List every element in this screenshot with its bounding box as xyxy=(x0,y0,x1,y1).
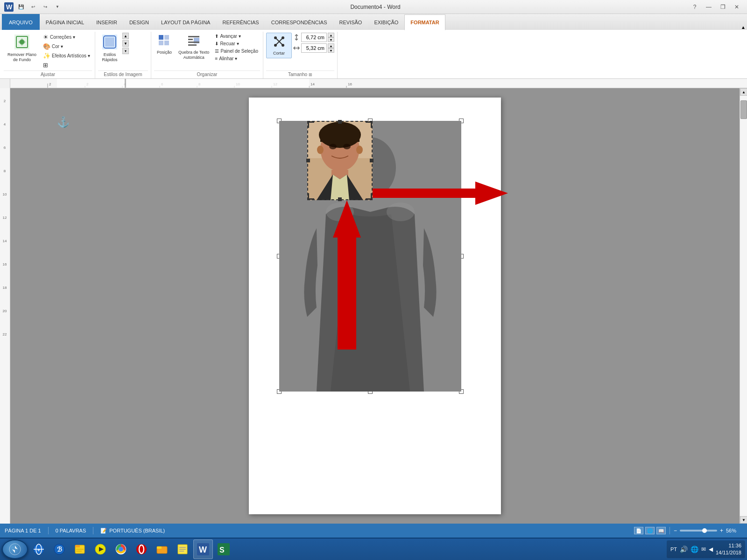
height-up[interactable]: ▲ xyxy=(328,33,334,37)
quebra-texto-btn[interactable]: Quebra de TextoAutomática xyxy=(176,33,212,62)
volume-icon[interactable]: 🔊 xyxy=(680,546,688,553)
tab-revisao[interactable]: REVISÃO xyxy=(333,14,368,30)
zoom-thumb[interactable] xyxy=(702,528,707,533)
taskbar: e ℬ W S PT xyxy=(0,538,747,560)
tab-pagina-inicial[interactable]: PÁGINA INICIAL xyxy=(40,14,91,30)
restore-btn[interactable]: ❐ xyxy=(716,2,729,12)
width-up[interactable]: ▲ xyxy=(328,43,334,48)
svg-point-23 xyxy=(282,44,284,47)
avancar-btn[interactable]: ⬆ Avançar ▾ xyxy=(213,33,260,40)
height-down[interactable]: ▼ xyxy=(328,37,334,42)
height-input[interactable]: 6,72 cm xyxy=(301,33,327,42)
svg-text:10: 10 xyxy=(3,192,7,196)
language[interactable]: 📝 PORTUGUÊS (BRASIL) xyxy=(100,528,165,534)
undo-btn[interactable]: ↩ xyxy=(28,2,38,12)
document-scroll-area[interactable]: ⚓ xyxy=(10,88,740,524)
scroll-down-btn[interactable]: ▼ xyxy=(740,516,747,524)
cor-btn[interactable]: 🎨 Cor ▾ xyxy=(41,42,92,51)
style-gallery-btn[interactable]: ▾ xyxy=(122,48,129,54)
lang-btn[interactable]: PT xyxy=(670,546,677,552)
avancar-label: Avançar xyxy=(220,34,237,39)
cortar-icon xyxy=(273,35,286,50)
remover-plano-fundo-btn[interactable]: Remover Planode Fundo xyxy=(4,33,40,64)
taskbar-word[interactable]: W xyxy=(193,539,213,559)
customize-quick-btn[interactable]: ▼ xyxy=(52,2,63,12)
width-input[interactable]: 5,32 cm xyxy=(301,43,327,53)
svg-text:2: 2 xyxy=(49,82,51,86)
taskbar-chrome[interactable] xyxy=(111,539,131,559)
crop-br[interactable] xyxy=(366,193,372,200)
compress-btn[interactable]: ⊞ xyxy=(41,61,92,70)
estilos-rapidos-btn[interactable]: EstilosRápidos xyxy=(98,33,121,64)
taskbar-ie[interactable]: e xyxy=(29,539,49,559)
alinhar-btn[interactable]: ≡ Alinhar ▾ xyxy=(213,55,260,62)
redo-btn[interactable]: ↪ xyxy=(40,2,50,12)
taskbar-excel-like[interactable]: S xyxy=(214,539,233,559)
tab-correspondencias[interactable]: CORRESPONDÊNCIAS xyxy=(265,14,333,30)
svg-point-4 xyxy=(20,40,24,44)
zoom-in-btn[interactable]: + xyxy=(720,527,723,534)
tab-design[interactable]: DESIGN xyxy=(123,14,155,30)
close-btn[interactable]: ✕ xyxy=(730,2,743,12)
save-quick-btn[interactable]: 💾 xyxy=(16,2,26,12)
taskbar-opera[interactable] xyxy=(132,539,151,559)
scroll-up-btn[interactable]: ▲ xyxy=(740,88,747,96)
ribbon-collapse-btn[interactable]: ▲ xyxy=(740,25,747,30)
image-container[interactable] xyxy=(279,121,461,392)
tab-referencias[interactable]: REFERÊNCIAS xyxy=(216,14,265,30)
clock[interactable]: 11:36 14/11/2018 xyxy=(716,542,741,557)
taskbar-bluetooth[interactable]: ℬ xyxy=(49,539,69,559)
word-count: 0 PALAVRAS xyxy=(56,528,86,533)
estilos-scroll: ▲ ▼ ▾ xyxy=(122,33,129,54)
cortar-btn[interactable]: Cortar xyxy=(266,33,292,58)
taskbar-folder2[interactable] xyxy=(152,539,172,559)
taskbar-files[interactable] xyxy=(70,539,90,559)
tab-exibicao[interactable]: EXIBIÇÃO xyxy=(368,14,404,30)
taskbar-sticky[interactable] xyxy=(173,539,192,559)
word-logo: W xyxy=(4,2,14,12)
svg-point-66 xyxy=(387,203,415,221)
help-btn[interactable]: ? xyxy=(688,2,701,12)
view-read-btn[interactable]: 📖 xyxy=(656,527,666,534)
svg-text:16: 16 xyxy=(3,262,7,266)
svg-rect-98 xyxy=(157,546,162,549)
recuar-label: Recuar xyxy=(220,41,235,46)
efeitos-btn[interactable]: ✨ Efeitos Artísticos ▾ xyxy=(41,51,92,60)
recuar-btn[interactable]: ⬇ Recuar ▾ xyxy=(213,40,260,47)
correcoes-btn[interactable]: ☀ Correções ▾ xyxy=(41,33,92,42)
taskbar-media[interactable] xyxy=(91,539,110,559)
crop-tl[interactable] xyxy=(308,121,314,128)
crop-bl[interactable] xyxy=(308,193,314,200)
zoom-level[interactable]: 56% xyxy=(726,528,742,533)
start-button[interactable] xyxy=(2,539,28,559)
view-web-btn[interactable]: 🌐 xyxy=(645,527,655,534)
zoom-out-btn[interactable]: − xyxy=(674,527,677,534)
view-buttons: 📄 🌐 📖 xyxy=(634,527,666,534)
posicao-btn[interactable]: Posição xyxy=(154,33,175,56)
crop-ml[interactable] xyxy=(306,159,310,162)
tab-layout[interactable]: LAYOUT DA PÁGINA xyxy=(155,14,216,30)
minimize-btn[interactable]: — xyxy=(702,2,715,12)
view-print-btn[interactable]: 📄 xyxy=(634,527,643,534)
mail-icon[interactable]: ✉ xyxy=(701,546,706,553)
alinhar-label: Alinhar xyxy=(219,56,233,61)
painel-selecao-btn[interactable]: ☰ Painel de Seleção xyxy=(213,48,260,55)
tab-inserir[interactable]: INSERIR xyxy=(90,14,123,30)
width-down[interactable]: ▼ xyxy=(328,48,334,53)
scroll-thumb[interactable] xyxy=(740,100,747,119)
crop-tm[interactable] xyxy=(338,120,342,124)
style-scroll-down[interactable]: ▼ xyxy=(122,40,129,47)
page-info: PÁGINA 1 DE 1 xyxy=(5,528,41,533)
crop-tr[interactable] xyxy=(366,121,372,128)
ajustar-label: Ajustar xyxy=(4,70,92,78)
crop-mr[interactable] xyxy=(370,159,374,162)
style-scroll-up[interactable]: ▲ xyxy=(122,33,129,39)
zoom-slider[interactable] xyxy=(680,530,717,532)
tamanho-expand-btn[interactable]: ⊞ xyxy=(309,72,312,77)
network-icon[interactable]: 🌐 xyxy=(691,546,698,553)
tab-formatar[interactable]: FORMATAR xyxy=(404,14,445,30)
tab-arquivo[interactable]: ARQUIVO xyxy=(2,14,40,30)
width-icon xyxy=(293,44,300,52)
ruler-corner xyxy=(0,79,10,88)
estilos-rapidos-label: EstilosRápidos xyxy=(102,52,117,63)
